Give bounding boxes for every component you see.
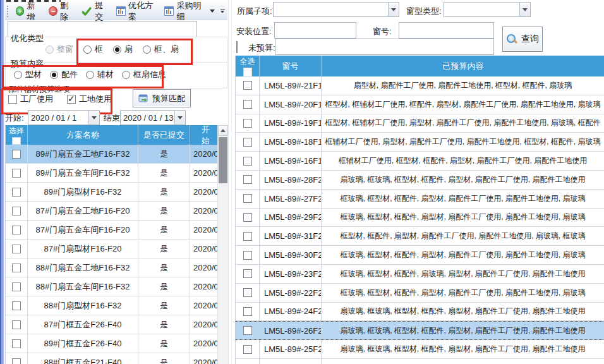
table-row[interactable]: LM5L-89#-29F27框玻璃, 框型材, 框配件, 扇型材, 扇配件工厂使… — [236, 209, 604, 228]
start-date-value: 2020 / 01 / 1 — [28, 113, 88, 123]
start-date-picker[interactable]: 2020 / 01 / 1 — [28, 110, 100, 125]
window-no-input[interactable] — [399, 22, 494, 39]
table-row[interactable]: LM5L-89#-28F26扇玻璃, 框玻璃, 框型材, 框配件, 扇型材, 扇… — [236, 171, 604, 190]
row-checkbox[interactable] — [243, 251, 252, 260]
dropdown-button[interactable] — [174, 111, 185, 124]
row-checkbox[interactable] — [12, 226, 21, 234]
select-all-checkbox[interactable] — [12, 137, 21, 145]
row-checkbox[interactable] — [243, 157, 252, 166]
row-checkbox[interactable] — [12, 264, 21, 272]
table-row[interactable]: 89#门扇五金车间F16-F32是2020/0 — [6, 164, 218, 183]
plan-name-cell: 88#门扇五金车间F16-F32 — [28, 277, 138, 296]
table-row[interactable]: LM5L-89#-20F18框型材, 框辅材工厂使用, 框配件, 扇型材, 扇配… — [236, 95, 604, 114]
toolbar-grip[interactable] — [6, 6, 9, 17]
row-checkbox[interactable] — [12, 358, 21, 364]
table-row[interactable]: LM5L-89#-26F24扇玻璃, 框玻璃, 框型材, 框配件, 扇型材, 扇… — [236, 321, 604, 340]
dropdown-button[interactable] — [388, 3, 399, 16]
delete-button[interactable]: − 删除 — [45, 0, 78, 24]
select-all-checkbox[interactable] — [243, 68, 252, 76]
table-row[interactable]: 88#门扇五金车间F16-F32是2020/0 — [6, 277, 218, 296]
row-checkbox[interactable] — [243, 194, 252, 203]
row-checkbox[interactable] — [12, 150, 21, 159]
row-checkbox[interactable] — [243, 326, 252, 335]
radio-optimize-type[interactable]: 框、扇 — [143, 44, 179, 55]
row-checkbox[interactable] — [12, 301, 21, 310]
row-checkbox[interactable] — [243, 269, 252, 278]
table-row[interactable]: LM5L-89#-16F15框辅材工厂使用, 框型材, 框配件, 扇型材, 扇配… — [236, 152, 604, 171]
purchase-detail-button[interactable]: 采购明细 — [160, 0, 219, 24]
scrollbar-thumb[interactable] — [219, 137, 227, 183]
no-budget-checkbox[interactable] — [236, 41, 238, 53]
table-row[interactable]: 88#门框五金F21-F40是2020/0 — [6, 353, 218, 364]
submit-button[interactable]: 提交 — [78, 0, 112, 24]
window-type-select[interactable] — [444, 2, 531, 17]
table-row[interactable]: 89#门框五金F26-F40是2020/0 — [6, 334, 218, 353]
dock-strip[interactable] — [0, 0, 4, 364]
dropdown-button[interactable] — [88, 111, 99, 124]
usage-checkbox-item[interactable]: 工地使用 — [67, 94, 112, 105]
budgeted-content-cell: 扇玻璃, 框玻璃, 框型材, 框配件, 扇型材, 扇配件工厂使用, 扇配件工地使… — [322, 322, 604, 339]
row-select-cell — [236, 340, 260, 358]
header-select-all: 全选 — [236, 56, 260, 76]
optimize-plan-button[interactable]: 优化方案 — [112, 0, 160, 24]
table-row[interactable]: 87#门扇五金工地F16-F20是2020/0 — [6, 202, 218, 221]
row-checkbox[interactable] — [243, 119, 252, 128]
row-checkbox[interactable] — [12, 188, 21, 197]
row-checkbox[interactable] — [12, 320, 21, 329]
panel-divider — [228, 0, 229, 364]
left-table-scrollbar[interactable] — [217, 125, 228, 364]
radio-budget-content[interactable]: 辅材 — [86, 69, 114, 80]
table-row[interactable]: LM5L-89#-22F20框玻璃, 框型材, 框配件, 扇型材, 扇配件工厂使… — [236, 284, 604, 303]
row-checkbox[interactable] — [12, 282, 21, 291]
table-row[interactable]: LM5L-89#-31F29框型材, 框配件, 扇型材, 扇配件工厂使用, 扇配… — [236, 227, 604, 246]
table-row[interactable]: 87#门扇五金车间F16-F20是2020/0 — [6, 221, 218, 240]
start-date-cell: 2020/0 — [190, 353, 218, 364]
row-checkbox[interactable] — [243, 232, 252, 241]
row-checkbox[interactable] — [12, 169, 21, 178]
radio-budget-content[interactable]: 框扇信息 — [122, 69, 166, 80]
table-row[interactable]: LM5L-89#-30F28框玻璃, 框型材, 框配件, 扇型材, 扇配件工厂使… — [236, 246, 604, 265]
table-row[interactable]: 89#门扇五金工地F16-F32是2020/0 — [6, 145, 218, 164]
search-icon — [506, 33, 517, 45]
row-checkbox[interactable] — [243, 213, 252, 222]
table-row[interactable]: 88#门扇型材F16-F32是2020/0 — [6, 296, 218, 315]
table-row[interactable]: LM5L-89#-25F23扇玻璃, 框玻璃, 框型材, 框配件, 扇型材, 扇… — [236, 340, 604, 359]
usage-checkbox-item[interactable]: 工厂使用 — [8, 94, 53, 105]
row-checkbox[interactable] — [12, 339, 21, 348]
install-location-input[interactable] — [274, 22, 356, 39]
row-checkbox[interactable] — [243, 345, 252, 354]
query-button[interactable]: 查询 — [502, 27, 543, 52]
table-row[interactable]: LM5L-89#-19F17框型材, 框辅材工厂使用, 扇型材, 扇配件工厂使用… — [236, 114, 604, 133]
budgeted-content-cell: 框型材, 框辅材工厂使用, 框配件, 扇型材, 扇配件工厂使用, 扇配件工地使用… — [322, 95, 604, 114]
scroll-up-button[interactable] — [218, 125, 228, 136]
table-row[interactable]: LM5L-89#-24F22扇玻璃, 框玻璃, 框型材, 框配件, 扇型材, 扇… — [236, 303, 604, 322]
row-checkbox[interactable] — [243, 307, 252, 316]
radio-budget-content[interactable]: 配件 — [50, 69, 78, 80]
row-checkbox[interactable] — [243, 288, 252, 297]
budget-match-button[interactable]: 预算匹配 — [133, 89, 191, 107]
radio-optimize-type[interactable]: 扇 — [113, 44, 133, 55]
end-date-picker[interactable]: 2020 / 01 / 13 — [120, 110, 186, 125]
query-button-label: 查询 — [521, 33, 539, 45]
table-row[interactable]: LM5L-89#-27F25框玻璃, 框型材, 框配件, 扇型材, 扇配件工厂使… — [236, 190, 604, 209]
table-row[interactable]: LM5L-89#-18F16框辅材工厂使用, 扇型材, 扇配件工厂使用, 扇配件… — [236, 133, 604, 152]
row-checkbox[interactable] — [12, 207, 21, 215]
row-checkbox[interactable] — [243, 100, 252, 109]
add-button[interactable]: + 新增 — [12, 0, 45, 24]
table-row[interactable]: 89#门扇型材F16-F32是2020/0 — [6, 183, 218, 202]
table-row[interactable]: 88#门扇五金工地F16-F32是2020/0 — [6, 258, 218, 277]
radio-optimize-type[interactable]: 框 — [83, 44, 103, 55]
table-row[interactable]: 87#门框五金F26-F40是2020/0 — [6, 315, 218, 334]
table-row[interactable]: 87#门扇型材F16-F20是2020/0 — [6, 240, 218, 258]
row-checkbox[interactable] — [243, 138, 252, 147]
table-row[interactable]: LM5L-89#-21F19扇型材, 扇配件工厂使用, 扇配件工地使用, 框型材… — [236, 76, 604, 95]
row-checkbox[interactable] — [243, 175, 252, 184]
toolbar-overflow-button[interactable] — [219, 6, 226, 17]
sub-item-select[interactable] — [273, 2, 399, 17]
dropdown-button[interactable] — [519, 3, 530, 16]
radio-budget-content[interactable]: 型材 — [14, 69, 42, 80]
row-checkbox[interactable] — [12, 245, 21, 253]
table-row[interactable]: LM5L-89#-23F21框玻璃, 框型材, 框配件, 扇玻璃, 扇型材, 扇… — [236, 265, 604, 284]
no-budget-input[interactable] — [275, 39, 494, 55]
row-checkbox[interactable] — [243, 81, 252, 90]
